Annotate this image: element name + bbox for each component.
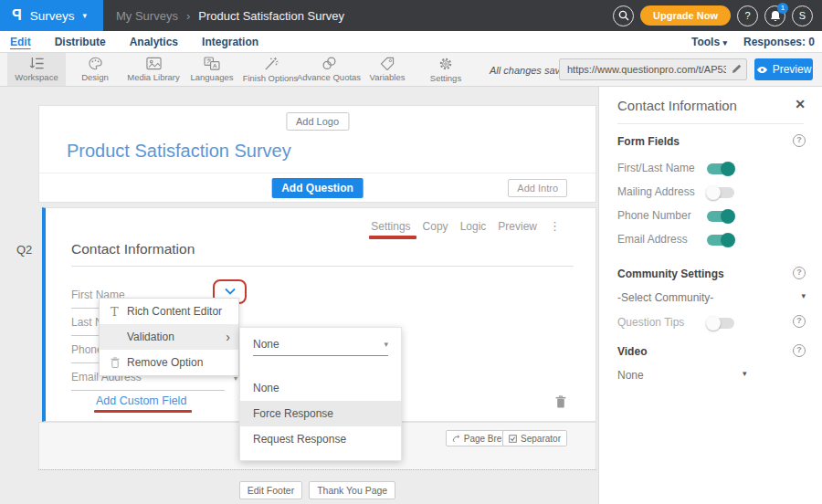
add-custom-field-red-underline-annotation — [94, 410, 192, 414]
question-more-menu-icon[interactable]: ⋮ — [549, 219, 561, 233]
toggle-label-phone-number: Phone Number — [617, 209, 691, 222]
question-number: Q2 — [16, 243, 32, 257]
separator-button[interactable]: Separator — [502, 430, 567, 446]
validation-select[interactable]: None ▾ — [253, 338, 388, 356]
breadcrumb-my-surveys[interactable]: My Surveys — [116, 9, 178, 23]
select-community-dropdown[interactable]: -Select Community- — [617, 291, 713, 304]
top-actions: Upgrade Now ? 1 S — [613, 0, 813, 31]
question-copy-link[interactable]: Copy — [423, 220, 448, 233]
menu-item-label: Rich Content Editor — [127, 305, 222, 318]
survey-nav-tabs: Edit Distribute Analytics Integration — [0, 36, 258, 48]
chevron-down-icon[interactable]: ▾ — [743, 369, 747, 378]
questionpro-survey-editor: P Surveys ▾ My Surveys › Product Satisfa… — [0, 0, 822, 504]
toolbar-workspace[interactable]: Workspace — [7, 53, 66, 86]
upgrade-now-button[interactable]: Upgrade Now — [640, 5, 731, 26]
toggle-label-mailing-address: Mailing Address — [617, 185, 695, 198]
avatar-initial: S — [799, 10, 806, 21]
validation-option-request-response[interactable]: Request Response — [240, 426, 401, 452]
form-fields-heading: Form Fields — [617, 135, 680, 148]
video-dropdown[interactable]: None — [617, 369, 644, 382]
toggle-mailing-address[interactable] — [707, 187, 734, 198]
tab-analytics[interactable]: Analytics — [130, 36, 178, 48]
toolbar-design[interactable]: Design — [66, 53, 124, 86]
toolbar-media-library[interactable]: Media Library — [124, 53, 183, 86]
translate-icon — [204, 57, 220, 70]
close-icon[interactable]: ✕ — [795, 97, 806, 111]
tab-integration[interactable]: Integration — [202, 36, 258, 48]
page-break-icon — [452, 435, 460, 443]
edit-url-button[interactable] — [732, 64, 742, 77]
survey-title[interactable]: Product Satisfaction Survey — [67, 141, 291, 162]
question-settings-link[interactable]: Settings — [371, 220, 410, 233]
product-switcher[interactable]: P Surveys ▾ — [0, 0, 103, 31]
toolbar-finish-options[interactable]: Finish Options — [241, 53, 300, 86]
top-bar: P Surveys ▾ My Surveys › Product Satisfa… — [0, 0, 822, 31]
palette-icon — [88, 57, 103, 70]
tools-menu[interactable]: Tools ▾ — [691, 36, 727, 48]
validation-option-none[interactable]: None — [240, 375, 401, 401]
breadcrumb: My Surveys › Product Satisfaction Survey — [103, 9, 344, 23]
toggle-first-last-name[interactable] — [707, 163, 734, 174]
community-settings-help-icon[interactable]: ? — [793, 267, 806, 279]
validation-selected-value: None — [253, 338, 279, 351]
toggle-knob — [721, 162, 735, 176]
validation-option-force-response[interactable]: Force Response — [240, 401, 401, 426]
toolbar-label: Workspace — [15, 72, 58, 82]
toolbar-label: Finish Options — [243, 73, 299, 83]
add-custom-field-link[interactable]: Add Custom Field — [96, 394, 186, 407]
question-tips-help-icon[interactable]: ? — [793, 315, 806, 328]
tools-label: Tools — [691, 36, 720, 48]
toggle-phone-number[interactable] — [707, 211, 734, 222]
thank-you-page-button[interactable]: Thank You Page — [309, 481, 395, 499]
question-logic-link[interactable]: Logic — [460, 220, 487, 233]
question-preview-link[interactable]: Preview — [498, 220, 537, 233]
help-button[interactable]: ? — [737, 5, 758, 26]
toolbar-advance-quotas[interactable]: Advance Quotas — [300, 53, 358, 86]
toolbar-label: Advance Quotas — [297, 72, 361, 82]
toggle-knob — [706, 185, 721, 200]
field-context-menu: T Rich Content Editor Validation › Remov… — [99, 298, 239, 376]
menu-item-validation[interactable]: Validation › — [100, 324, 238, 350]
image-icon — [146, 57, 162, 70]
menu-item-remove-option[interactable]: Remove Option — [100, 350, 238, 375]
notifications-button[interactable]: 1 — [764, 5, 785, 26]
community-settings-heading: Community Settings — [617, 268, 724, 280]
toolbar-variables[interactable]: Variables — [358, 53, 416, 86]
menu-item-label: Remove Option — [127, 356, 203, 369]
menu-item-rich-content-editor[interactable]: T Rich Content Editor — [100, 299, 238, 324]
add-logo-button[interactable]: Add Logo — [286, 112, 349, 131]
toolbar-settings[interactable]: Settings — [416, 53, 475, 86]
workspace-icon — [29, 57, 45, 70]
edit-footer-button[interactable]: Edit Footer — [239, 481, 302, 499]
tab-edit[interactable]: Edit — [10, 36, 31, 48]
add-custom-field-label: Add Custom Field — [96, 394, 186, 407]
survey-url-input[interactable] — [559, 58, 747, 80]
chain-links-icon — [321, 57, 337, 70]
panel-divider — [617, 123, 804, 124]
trash-icon — [111, 357, 127, 368]
question-mark-icon: ? — [744, 10, 750, 21]
tag-icon — [380, 57, 395, 70]
magic-wand-icon — [263, 57, 279, 71]
responses-count[interactable]: Responses: 0 — [743, 36, 815, 48]
pencil-icon — [732, 64, 742, 74]
toolbar-languages[interactable]: Languages — [183, 53, 241, 86]
toggle-label-first-last-name: First/Last Name — [617, 162, 695, 174]
toggle-email-address[interactable] — [707, 235, 734, 246]
trash-icon — [555, 395, 566, 408]
survey-header-card: Add Logo Product Satisfaction Survey Add… — [38, 105, 596, 203]
search-button[interactable] — [613, 5, 634, 26]
add-intro-button[interactable]: Add Intro — [508, 179, 567, 197]
chevron-down-icon[interactable]: ▾ — [801, 291, 806, 300]
question-title[interactable]: Contact Information — [71, 241, 195, 257]
form-fields-help-icon[interactable]: ? — [793, 134, 806, 147]
preview-button[interactable]: Preview — [754, 58, 813, 80]
avatar[interactable]: S — [792, 5, 813, 26]
video-help-icon[interactable]: ? — [793, 344, 806, 357]
toggle-question-tips[interactable] — [707, 318, 734, 329]
tab-distribute[interactable]: Distribute — [55, 36, 106, 48]
chevron-down-icon: ▾ — [384, 340, 388, 349]
delete-question-button[interactable] — [555, 395, 566, 411]
panel-title: Contact Information — [617, 98, 737, 113]
add-question-button[interactable]: Add Question — [271, 178, 364, 198]
